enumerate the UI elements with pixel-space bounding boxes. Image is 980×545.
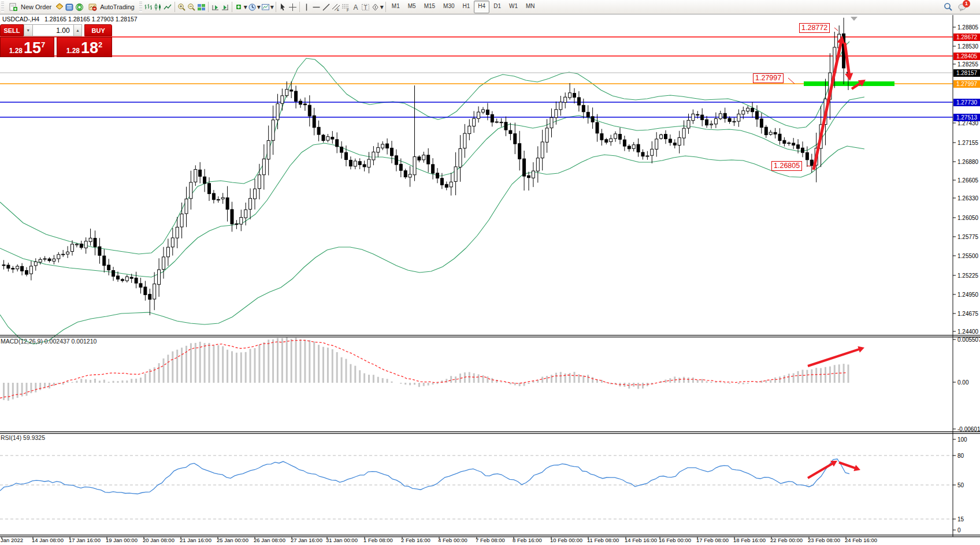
ohlc-values: 1.28165 1.28165 1.27903 1.28157 [44,16,138,23]
time-axis-label: 19 Jan 00:00 [106,537,138,543]
auto-scroll-icon[interactable] [210,2,220,12]
time-axis-label: 17 Jan 16:00 [69,537,101,543]
chart-price-label[interactable]: 1.28772 [799,23,830,33]
buy-button[interactable]: BUY [84,24,112,36]
fibonacci-icon[interactable]: F [341,2,351,12]
time-axis-label: 22 Feb 00:00 [770,537,803,543]
candlestick-chart-icon[interactable] [153,2,163,12]
timeframe-button-m5[interactable]: M5 [404,1,420,13]
timeframe-button-m1[interactable]: M1 [388,1,404,13]
hline-icon[interactable] [311,2,321,12]
sell-button[interactable]: SELL [0,24,24,36]
price-tick-label: 1.26050 [957,215,979,221]
panel-frame [0,15,980,537]
search-icon[interactable] [943,2,953,12]
bollinger-middle-band [0,97,864,277]
ohlc-header: USDCAD-,H4 1.28165 1.28165 1.27903 1.281… [2,16,138,23]
timeframe-button-h1[interactable]: H1 [459,1,474,13]
timeframe-button-mn[interactable]: MN [522,1,539,13]
one-click-trading-panel: SELL ▼ 1.00 ▲ BUY 1.28 15 7 1.28 18 2 [0,24,112,57]
timeframe-button-m15[interactable]: M15 [420,1,439,13]
candlestick-series [2,18,850,315]
time-axis-label: 8 Feb 16:00 [513,537,542,543]
crosshair-icon[interactable] [288,2,298,12]
templates-dropdown-icon[interactable]: ▾ [270,3,274,11]
rsi-tick-label: 0 [957,527,961,533]
rsi-line [0,459,849,494]
price-tick-label: 1.24950 [957,292,979,298]
indicators-icon[interactable] [234,2,244,12]
timeframe-button-h4[interactable]: H4 [474,1,489,13]
rsi-indicator [0,456,953,519]
timeframe-button-m30[interactable]: M30 [439,1,458,13]
time-axis-label: 20 Jan 08:00 [143,537,175,543]
notifications-icon[interactable]: 1 [957,2,967,12]
toolbar-drag-handle[interactable] [1,2,4,12]
periods-icon[interactable] [247,2,257,12]
text-icon[interactable]: A [351,2,361,12]
time-axis-label: 16 Feb 00:00 [659,537,691,543]
price-tick-label: 1.25225 [957,272,979,279]
label-icon[interactable]: T [361,2,370,12]
tile-windows-icon[interactable] [196,2,206,12]
data-window-icon[interactable] [65,2,75,12]
green-support-zone[interactable] [804,81,894,86]
signals-icon[interactable] [75,2,84,12]
cursor-icon[interactable] [278,2,288,12]
chart-shift-marker[interactable] [851,17,858,21]
sell-price-display[interactable]: 1.28 15 7 [0,37,54,57]
rsi-tick-label: 80 [957,453,964,459]
group-handle[interactable] [139,2,142,12]
price-tick-label: 1.26605 [957,177,979,184]
volume-input[interactable]: 1.00 [33,24,73,36]
support-zone[interactable] [804,81,894,86]
buy-price-sup: 2 [98,40,102,49]
volume-decrease-button[interactable]: ▼ [24,24,33,36]
time-axis-label: 24 Feb 16:00 [845,537,877,543]
autotrading-button[interactable]: AutoTrading [84,1,138,14]
chart-price-label[interactable]: 1.27997 [753,73,784,83]
macd-signal-line [0,340,846,398]
time-axis-label: 18 Feb 16:00 [733,537,766,543]
macd-label: MACD(12,26,9) 0.002437 0.001210 [1,338,96,345]
new-order-button[interactable]: New Order [5,1,55,14]
volume-increase-button[interactable]: ▲ [73,24,83,36]
time-axis[interactable]: Jan 202214 Jan 08:0017 Jan 16:0019 Jan 0… [1,537,877,543]
time-axis-label: 23 Feb 08:00 [808,537,840,543]
shapes-icon[interactable] [370,2,380,12]
time-axis-label: 14 Feb 16:00 [625,537,657,543]
bollinger-bands [0,42,864,344]
chart-canvas[interactable]: 1.288051.285301.282551.274301.271551.268… [0,0,980,545]
buy-price-big: 18 [81,40,98,56]
bar-chart-icon[interactable] [143,2,153,12]
time-axis-label: 25 Jan 00:00 [217,537,248,543]
trendline-icon[interactable] [321,2,331,12]
line-chart-icon[interactable] [163,2,173,12]
zoom-out-icon[interactable] [187,2,196,12]
autotrading-icon [88,2,98,12]
axis-price-box: 1.28405 [953,53,980,60]
zoom-in-icon[interactable] [177,2,187,12]
horizontal-line-objects[interactable] [0,37,953,117]
buy-price-display[interactable]: 1.28 18 2 [57,37,112,57]
market-watch-icon[interactable] [55,2,65,12]
price-tick-label: 1.28255 [957,61,979,68]
templates-icon[interactable] [261,2,270,12]
symbol-period-label: USDCAD-,H4 [2,16,39,23]
timeframe-button-w1[interactable]: W1 [505,1,522,13]
time-axis-label: 17 Feb 08:00 [696,537,729,543]
chart-shift-icon[interactable] [220,2,230,12]
time-axis-label: 7 Feb 08:00 [476,537,505,543]
bollinger-upper-band [0,42,849,254]
mt4-window: New Order AutoTrading [0,0,980,545]
svg-text:T: T [363,4,367,10]
vline-icon[interactable] [302,2,311,12]
timeframe-button-d1[interactable]: D1 [489,1,505,13]
price-tick-label: 1.24675 [957,311,979,317]
axis-price-box: 1.27513 [953,114,980,121]
axis-price-box: 1.28672 [953,33,980,41]
channel-icon[interactable]: E [331,2,341,12]
macd-tick-label: -0.006018 [957,426,980,432]
shapes-dropdown-icon[interactable]: ▾ [380,3,384,11]
chart-price-label[interactable]: 1.26805 [771,161,802,171]
